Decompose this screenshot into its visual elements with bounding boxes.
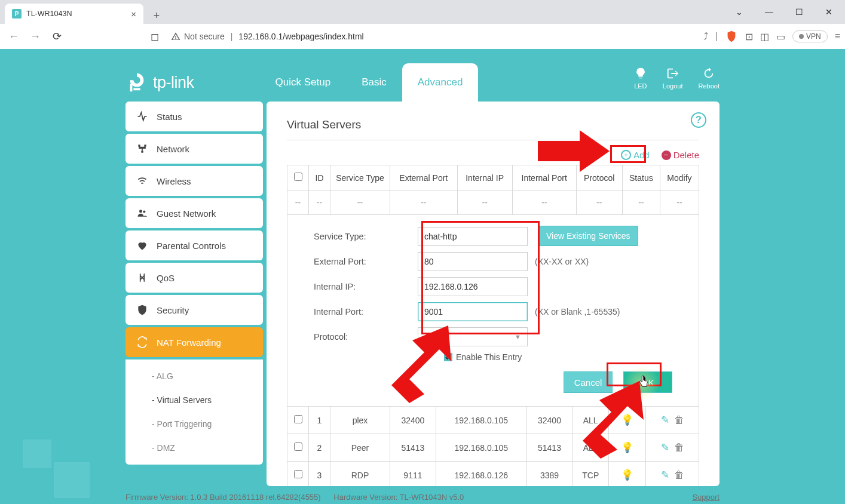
footer: Firmware Version: 1.0.3 Build 20161118 r…	[125, 493, 720, 502]
tplink-logo: tp-link	[125, 71, 194, 94]
reboot-button[interactable]: Reboot	[699, 67, 720, 90]
svg-point-0	[139, 210, 142, 213]
virtual-servers-table: ID Service Type External Port Internal I…	[287, 165, 699, 215]
minimize-button[interactable]: —	[755, 4, 783, 20]
minus-icon: −	[662, 150, 671, 160]
cancel-button[interactable]: Cancel	[564, 371, 613, 393]
view-services-button[interactable]: View Existing Services	[538, 226, 638, 246]
edit-icon[interactable]: ✎	[661, 414, 669, 426]
bulb-icon[interactable]: 💡	[621, 414, 633, 426]
trash-icon[interactable]: 🗑	[674, 442, 684, 453]
help-icon[interactable]: ?	[691, 112, 706, 128]
sub-dmz[interactable]: - DMZ	[125, 436, 263, 460]
trash-icon[interactable]: 🗑	[674, 469, 684, 481]
tab-quick-setup[interactable]: Quick Setup	[260, 63, 347, 102]
browser-chrome: P TL-WR1043N × + ← → ⟳ ◻ Not secure | 19…	[0, 0, 845, 49]
window-controls: ⌄ — ☐ ✕	[725, 4, 843, 20]
plus-icon: +	[621, 150, 631, 160]
table-row-empty: ------------------	[287, 190, 699, 215]
top-actions: LED Logout Reboot	[634, 67, 720, 90]
protocol-select[interactable]: ALL▼	[418, 327, 528, 346]
cursor-icon	[637, 375, 649, 389]
sidebar-submenu: - ALG - Virtual Servers - Port Triggerin…	[125, 359, 263, 465]
sidebar-item-network[interactable]: Network	[125, 134, 263, 164]
close-tab-icon[interactable]: ×	[131, 9, 136, 19]
table-row: 1plex32400192.168.0.10532400ALL💡✎🗑	[287, 407, 699, 434]
warning-icon	[171, 32, 180, 41]
chevron-down-icon: ▼	[515, 333, 521, 340]
bulb-icon[interactable]: 💡	[621, 442, 633, 453]
page-title: Virtual Servers	[287, 118, 699, 140]
main-panel: ? Virtual Servers +Add −Delete ID Servic…	[267, 102, 720, 486]
network-icon	[136, 143, 148, 155]
security-warning[interactable]: Not secure	[171, 32, 225, 41]
sidebar-item-status[interactable]: Status	[125, 102, 263, 131]
row-checkbox[interactable]	[294, 415, 302, 423]
enable-entry-checkbox[interactable]	[444, 353, 452, 361]
edit-icon[interactable]: ✎	[661, 442, 669, 453]
sidebar: Status Network Wireless Guest Network Pa…	[125, 102, 263, 486]
activity-icon	[136, 110, 148, 122]
chevron-down-icon[interactable]: ⌄	[725, 4, 753, 20]
svg-point-1	[143, 210, 145, 213]
heart-icon	[136, 239, 148, 251]
router-page: tp-link Quick Setup Basic Advanced LED L…	[0, 49, 845, 504]
tab-title: TL-WR1043N	[26, 10, 72, 18]
sidebar-item-wireless[interactable]: Wireless	[125, 166, 263, 196]
back-button[interactable]: ←	[5, 27, 23, 45]
menu-icon[interactable]: ≡	[835, 31, 840, 42]
sidebar-item-parental[interactable]: Parental Controls	[125, 231, 263, 260]
vpn-button[interactable]: VPN	[792, 30, 828, 42]
sidebar-item-nat[interactable]: NAT Forwarding	[125, 327, 263, 357]
favicon: P	[12, 9, 22, 19]
support-link[interactable]: Support	[692, 493, 720, 502]
forward-button: →	[26, 27, 44, 45]
sidepanel-icon[interactable]: ◫	[760, 31, 769, 42]
brave-shield-icon[interactable]	[725, 30, 738, 43]
tab-advanced[interactable]: Advanced	[402, 63, 479, 102]
logout-button[interactable]: Logout	[663, 67, 683, 90]
sub-port-triggering[interactable]: - Port Triggering	[125, 412, 263, 436]
new-tab-button[interactable]: +	[148, 7, 165, 24]
sidebar-item-qos[interactable]: QoS	[125, 263, 263, 293]
table-row: 3RDP9111192.168.0.1263389TCP💡✎🗑	[287, 462, 699, 487]
edit-icon[interactable]: ✎	[661, 469, 669, 481]
bulb-icon[interactable]: 💡	[621, 469, 633, 481]
trash-icon[interactable]: 🗑	[674, 414, 684, 426]
existing-rows-table: 1plex32400192.168.0.10532400ALL💡✎🗑 2Peer…	[287, 406, 699, 486]
reload-button[interactable]: ⟳	[48, 27, 66, 45]
internal-ip-input[interactable]	[418, 277, 528, 296]
sub-alg[interactable]: - ALG	[125, 364, 263, 388]
page-header: tp-link Quick Setup Basic Advanced	[125, 63, 720, 102]
bookmark-icon[interactable]: ◻	[151, 30, 159, 43]
nat-icon	[136, 336, 148, 348]
external-port-input[interactable]	[418, 252, 528, 271]
led-button[interactable]: LED	[634, 67, 647, 90]
shield-icon	[136, 304, 148, 316]
table-row: 2Peer51413192.168.0.10551413ALL💡✎🗑	[287, 434, 699, 462]
close-window-button[interactable]: ✕	[815, 4, 843, 20]
qos-icon	[136, 272, 148, 284]
share-icon[interactable]: ⤴	[703, 31, 708, 42]
extensions-icon[interactable]: ⊡	[745, 31, 753, 42]
url-bar[interactable]: Not secure | 192.168.0.1/webpages/index.…	[171, 32, 700, 41]
select-all-checkbox[interactable]	[294, 173, 302, 181]
sidebar-item-guest[interactable]: Guest Network	[125, 198, 263, 228]
delete-button[interactable]: −Delete	[662, 150, 699, 160]
tab-basic[interactable]: Basic	[346, 63, 402, 102]
maximize-button[interactable]: ☐	[785, 4, 813, 20]
address-bar: ← → ⟳ ◻ Not secure | 192.168.0.1/webpage…	[0, 24, 845, 49]
row-checkbox[interactable]	[294, 470, 302, 478]
internal-port-input[interactable]	[418, 302, 528, 321]
sub-virtual-servers[interactable]: - Virtual Servers	[125, 388, 263, 412]
row-checkbox[interactable]	[294, 442, 302, 451]
add-button[interactable]: +Add	[621, 150, 650, 160]
browser-tab[interactable]: P TL-WR1043N ×	[5, 4, 143, 24]
wifi-icon	[136, 175, 148, 187]
users-icon	[136, 207, 148, 219]
wallet-icon[interactable]: ▭	[776, 31, 785, 42]
sidebar-item-security[interactable]: Security	[125, 295, 263, 325]
service-type-input[interactable]	[418, 227, 528, 246]
tab-strip: P TL-WR1043N × +	[0, 0, 845, 24]
